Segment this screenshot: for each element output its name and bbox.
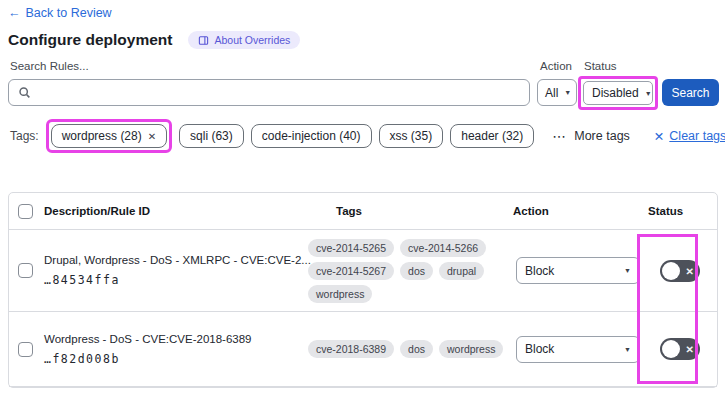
remove-tag-icon[interactable]: ✕ [148, 131, 156, 142]
tag-chip-header[interactable]: header (32) [450, 124, 534, 148]
rule-description: Wordpress - DoS - CVE:CVE-2018-6389 [44, 333, 306, 345]
table-header-row: Description/Rule ID Tags Action Status [9, 193, 717, 230]
clear-tags-label: Clear tags [669, 129, 725, 143]
rule-tag: cve-2014-5266 [400, 239, 486, 257]
ellipsis-icon: ⋯ [552, 128, 567, 144]
search-rules-label: Search Rules... [10, 60, 89, 72]
rule-action-value: Block [525, 264, 554, 278]
row-checkbox[interactable] [18, 342, 33, 357]
rule-status-toggle-off[interactable]: ✕ [660, 338, 700, 360]
rule-action-value: Block [525, 342, 554, 356]
book-icon [198, 35, 209, 46]
rule-description-cell: Drupal, Wordpress - DoS - XMLRPC - CVE:C… [44, 254, 306, 287]
rule-tag: cve-2014-5265 [308, 239, 394, 257]
tag-chip-label: code-injection (40) [262, 129, 361, 143]
chevron-down-icon: ▼ [564, 89, 571, 96]
status-filter-value: Disabled [592, 86, 639, 100]
status-filter-highlight: Disabled ▼ [578, 76, 658, 110]
toggle-x-icon: ✕ [686, 344, 694, 355]
toggle-x-icon: ✕ [686, 265, 694, 276]
search-rules-input[interactable] [38, 86, 520, 100]
table-row: Drupal, Wordpress - DoS - XMLRPC - CVE:C… [9, 230, 717, 312]
rules-table: Description/Rule ID Tags Action Status D… [8, 192, 718, 388]
rule-tag: wordpress [439, 340, 503, 358]
action-filter-label: Action [540, 60, 572, 72]
rule-action-dropdown[interactable]: Block ▼ [516, 336, 640, 363]
tag-chip-sqli[interactable]: sqli (63) [179, 124, 244, 148]
rule-tags-cell: cve-2014-5265 cve-2014-5266 cve-2014-526… [306, 239, 506, 303]
search-rules-box[interactable] [8, 79, 530, 106]
chevron-down-icon: ▼ [624, 346, 631, 353]
tags-label: Tags: [10, 129, 39, 143]
action-filter-value: All [545, 86, 558, 100]
rule-status-toggle-off[interactable]: ✕ [660, 260, 700, 282]
rule-tag: cve-2018-6389 [308, 340, 394, 358]
more-tags-label: More tags [574, 129, 630, 143]
rule-tag: cve-2014-5267 [308, 262, 394, 280]
back-arrow-icon: ← [8, 6, 21, 20]
chevron-down-icon: ▼ [645, 90, 652, 97]
clear-x-icon: ✕ [654, 129, 664, 144]
about-overrides-badge[interactable]: About Overrides [188, 31, 300, 49]
action-filter-dropdown[interactable]: All ▼ [537, 79, 577, 106]
tag-chip-xss[interactable]: xss (35) [379, 124, 444, 148]
rule-tag: dos [400, 340, 433, 358]
toggle-knob [662, 262, 680, 280]
toggle-knob [662, 340, 680, 358]
rule-id: …f82d008b [44, 352, 306, 366]
rule-tag: dos [400, 262, 433, 280]
status-filter-label: Status [584, 60, 617, 72]
rule-tag: wordpress [308, 285, 372, 303]
search-button[interactable]: Search [662, 79, 719, 106]
column-header-description: Description/Rule ID [44, 205, 306, 217]
back-link-label: Back to Review [26, 6, 112, 20]
more-tags-button[interactable]: ⋯ More tags [552, 128, 630, 144]
selected-tag-highlight: wordpress (28) ✕ [46, 119, 172, 153]
back-to-review-link[interactable]: ← Back to Review [8, 6, 112, 20]
rule-tag: drupal [439, 262, 484, 280]
tag-chip-label: wordpress (28) [62, 129, 142, 143]
clear-tags-button[interactable]: ✕ Clear tags [654, 129, 725, 144]
tag-chip-wordpress[interactable]: wordpress (28) ✕ [51, 124, 167, 148]
rule-tags-cell: cve-2018-6389 dos wordpress [306, 340, 506, 358]
tag-chip-code-injection[interactable]: code-injection (40) [251, 124, 372, 148]
rule-description: Drupal, Wordpress - DoS - XMLRPC - CVE:C… [44, 254, 306, 266]
tag-chip-label: header (32) [461, 129, 523, 143]
page-title: Configure deployment [8, 31, 172, 49]
row-checkbox[interactable] [18, 263, 33, 278]
rule-id: …84534ffa [44, 273, 306, 287]
column-header-status: Status [648, 205, 717, 217]
tag-chip-label: sqli (63) [190, 129, 233, 143]
table-row: Wordpress - DoS - CVE:CVE-2018-6389 …f82… [9, 312, 717, 387]
status-filter-dropdown[interactable]: Disabled ▼ [583, 81, 653, 105]
chevron-down-icon: ▼ [624, 267, 631, 274]
tags-bar: Tags: wordpress (28) ✕ sqli (63) code-in… [10, 119, 720, 153]
rule-action-dropdown[interactable]: Block ▼ [516, 257, 640, 284]
select-all-checkbox[interactable] [18, 204, 33, 219]
column-header-tags: Tags [306, 205, 506, 217]
search-icon [18, 86, 31, 99]
rule-description-cell: Wordpress - DoS - CVE:CVE-2018-6389 …f82… [44, 333, 306, 366]
column-header-action: Action [506, 205, 648, 217]
page-header: Configure deployment About Overrides [8, 31, 300, 49]
tag-chip-label: xss (35) [390, 129, 433, 143]
about-overrides-label: About Overrides [214, 34, 290, 46]
